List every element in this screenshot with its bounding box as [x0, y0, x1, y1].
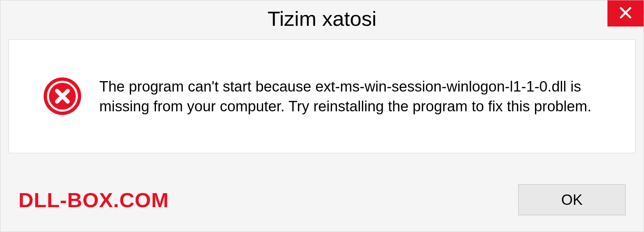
error-icon: [42, 76, 83, 116]
close-icon: [619, 6, 632, 21]
error-dialog: Tizim xatosi The program can't start bec…: [0, 0, 644, 232]
title-bar: Tizim xatosi: [0, 0, 644, 37]
footer-area: DLL-BOX.COM OK: [0, 175, 644, 232]
content-area: The program can't start because ext-ms-w…: [8, 39, 636, 153]
close-button[interactable]: [607, 0, 644, 26]
watermark-text: DLL-BOX.COM: [18, 188, 169, 212]
error-message: The program can't start because ext-ms-w…: [99, 76, 615, 116]
dialog-title: Tizim xatosi: [268, 7, 377, 31]
ok-button[interactable]: OK: [518, 184, 626, 215]
